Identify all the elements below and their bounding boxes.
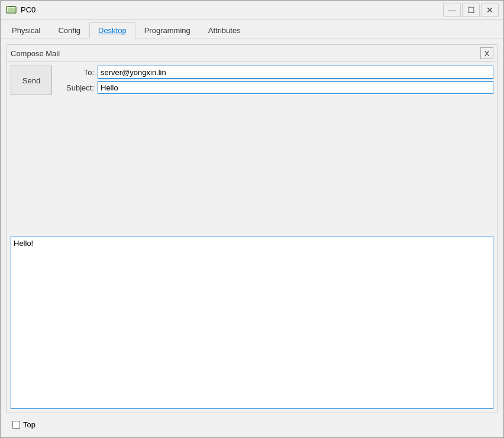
top-checkbox[interactable] [12, 421, 20, 429]
close-button[interactable]: ✕ [481, 4, 499, 17]
tab-attributes[interactable]: Attributes [199, 22, 250, 38]
subject-label: Subject: [56, 83, 94, 92]
to-input[interactable] [98, 66, 493, 79]
window-title: PC0 [21, 5, 443, 14]
content-area: Compose Mail X Send To: Subje [1, 38, 503, 437]
top-checkbox-row: Top [7, 418, 497, 431]
main-window: PC0 — ☐ ✕ Physical Config Desktop Progra… [0, 0, 504, 438]
compose-body: Send To: Subject: [7, 62, 497, 413]
tab-config[interactable]: Config [49, 22, 89, 38]
top-label: Top [23, 420, 35, 429]
right-fields: To: Subject: [56, 66, 493, 94]
window-controls: — ☐ ✕ [443, 4, 499, 17]
message-textarea[interactable]: Hello! [11, 236, 493, 410]
tab-physical[interactable]: Physical [3, 22, 49, 38]
svg-rect-1 [8, 8, 15, 12]
compose-panel: Compose Mail X Send To: Subje [7, 44, 497, 413]
subject-row: Subject: [56, 81, 493, 94]
tab-bar: Physical Config Desktop Programming Attr… [1, 20, 503, 38]
send-button[interactable]: Send [11, 66, 52, 95]
minimize-button[interactable]: — [443, 4, 461, 17]
to-label: To: [56, 68, 94, 77]
maximize-button[interactable]: ☐ [462, 4, 480, 17]
tab-programming[interactable]: Programming [135, 22, 199, 38]
compose-row: Send To: Subject: [11, 66, 493, 233]
compose-close-button[interactable]: X [480, 47, 493, 59]
svg-marker-2 [8, 6, 15, 7]
tab-desktop[interactable]: Desktop [89, 22, 135, 38]
subject-input[interactable] [98, 81, 493, 94]
title-bar: PC0 — ☐ ✕ [1, 1, 503, 20]
compose-header: Compose Mail X [7, 45, 497, 62]
app-icon [5, 4, 17, 16]
to-row: To: [56, 66, 493, 79]
compose-title: Compose Mail [11, 49, 60, 58]
